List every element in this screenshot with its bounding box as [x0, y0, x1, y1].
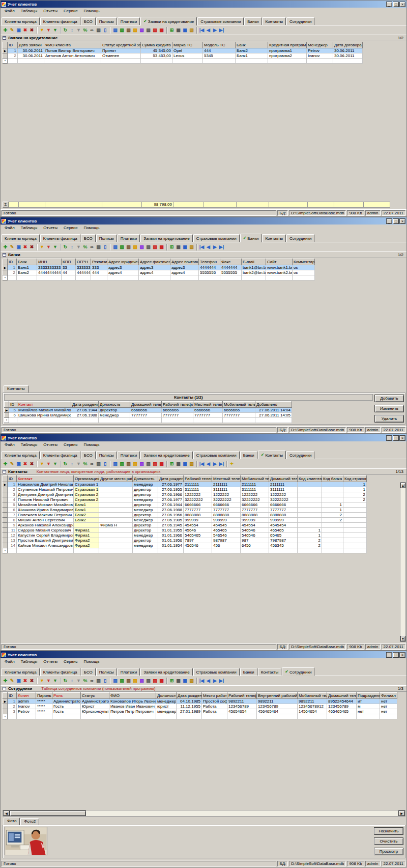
- main-tab-0[interactable]: Клиенты юрлица: [2, 17, 40, 25]
- column-header[interactable]: Рабочий телефон: [184, 476, 212, 482]
- column-header[interactable]: Логин: [17, 693, 36, 699]
- column-header[interactable]: Адрес юридический: [107, 259, 139, 265]
- cell[interactable]: [99, 508, 133, 513]
- export-word-icon[interactable]: ▤: [112, 461, 119, 467]
- cell[interactable]: [236, 59, 268, 64]
- row-selector[interactable]: [3, 492, 8, 497]
- cell[interactable]: bank2@bn.bn: [242, 270, 266, 275]
- column-header[interactable]: Сайт: [266, 259, 293, 265]
- cell[interactable]: Принят: [101, 48, 141, 53]
- cell[interactable]: [322, 492, 343, 497]
- column-header[interactable]: ID: [8, 259, 17, 265]
- cell[interactable]: 27.06.1966: [158, 492, 184, 497]
- quick-filter-icon[interactable]: ▼: [75, 461, 82, 467]
- cell[interactable]: 3111111: [212, 487, 241, 492]
- cell[interactable]: [184, 548, 212, 553]
- cell[interactable]: 456: [212, 543, 241, 548]
- row-selector[interactable]: [3, 518, 8, 523]
- summary-icon[interactable]: %: [82, 27, 89, 34]
- export-html-icon[interactable]: ▤: [132, 678, 138, 684]
- nav-next-icon[interactable]: ▶: [212, 244, 218, 250]
- cell[interactable]: 6666666: [269, 502, 298, 508]
- cell[interactable]: [99, 502, 133, 508]
- row-selector[interactable]: [3, 533, 8, 538]
- filter-custom-icon[interactable]: ▼: [52, 244, 59, 250]
- cell[interactable]: 11.12.1955: [177, 704, 202, 709]
- main-tab-8[interactable]: Контакты: [258, 668, 282, 676]
- export-pdf-icon[interactable]: ▤: [152, 27, 158, 34]
- main-tab-8[interactable]: ✔Контакты: [258, 451, 286, 459]
- cell[interactable]: 3111111: [184, 487, 212, 492]
- menu-item-4[interactable]: Помощь: [80, 225, 102, 231]
- cell[interactable]: [37, 275, 62, 281]
- column-header[interactable]: Пароль: [36, 693, 52, 699]
- row-selector[interactable]: ▶: [3, 699, 8, 704]
- subform-button-0[interactable]: Добавить: [374, 395, 404, 402]
- cell[interactable]: нет: [380, 699, 397, 704]
- export-csv-icon[interactable]: ▤: [145, 244, 152, 250]
- cell[interactable]: [298, 492, 322, 497]
- cell[interactable]: Капустин Сергей Владимирович: [17, 533, 74, 538]
- column-header[interactable]: ФИО клиента: [44, 42, 101, 48]
- chart-icon[interactable]: ▦: [158, 461, 165, 467]
- main-tab-3[interactable]: Полисы: [96, 451, 117, 459]
- cell[interactable]: менеджер: [156, 709, 177, 714]
- preview-icon[interactable]: ▯: [102, 678, 108, 684]
- export-rtf-icon[interactable]: ▤: [125, 678, 132, 684]
- cell[interactable]: м: [357, 704, 380, 709]
- main-tab-3[interactable]: Полисы: [96, 234, 117, 242]
- cell[interactable]: [17, 418, 71, 423]
- cell[interactable]: 33: [62, 265, 76, 270]
- cell[interactable]: [107, 275, 139, 281]
- calculator-icon[interactable]: ▦: [175, 27, 182, 34]
- delete-all-icon[interactable]: ✖: [28, 244, 35, 250]
- cell[interactable]: admin: [17, 699, 36, 704]
- nav-prev-icon[interactable]: ◀: [205, 244, 212, 250]
- table-row[interactable]: 4Попопв Николай ПетровичСтраховая 2менед…: [3, 497, 367, 502]
- add-icon[interactable]: ✚: [2, 27, 9, 34]
- calculator-icon[interactable]: ▦: [175, 461, 182, 467]
- cell[interactable]: 465465: [212, 528, 241, 533]
- cell[interactable]: 27.06.2011 14:05: [255, 413, 292, 418]
- column-header[interactable]: Кредитная программа: [268, 42, 307, 48]
- cell[interactable]: Банк2: [17, 270, 37, 275]
- row-selector[interactable]: *: [3, 59, 8, 64]
- cell[interactable]: адрес4: [170, 270, 199, 275]
- cell[interactable]: менеджер: [133, 518, 158, 523]
- nav-last-icon[interactable]: ▶|: [218, 678, 225, 684]
- cell[interactable]: [52, 714, 81, 719]
- scroll-right-button[interactable]: ▶: [398, 810, 405, 816]
- cell[interactable]: [99, 538, 133, 543]
- cell[interactable]: 465465465: [327, 709, 357, 714]
- cell[interactable]: 8888888: [184, 513, 212, 518]
- column-header[interactable]: Место работы: [202, 693, 227, 699]
- table-row[interactable]: 230.06.2011Антонов Антон АнтоновичОтмене…: [3, 53, 363, 59]
- cell[interactable]: [322, 528, 343, 533]
- menu-item-1[interactable]: Таблицы: [18, 442, 41, 447]
- cell[interactable]: [223, 418, 255, 423]
- sort-icon[interactable]: ↕: [69, 678, 75, 684]
- cell[interactable]: 27.06.1977: [158, 482, 184, 487]
- main-tab-6[interactable]: Страховые компании: [193, 668, 240, 676]
- cell[interactable]: юрист: [156, 704, 177, 709]
- cell[interactable]: *****: [36, 699, 52, 704]
- cell[interactable]: 1: [343, 487, 367, 492]
- cell[interactable]: 04.10.1985: [177, 699, 202, 704]
- cell[interactable]: Юрист: [81, 704, 109, 709]
- cell[interactable]: 2111111: [269, 482, 298, 487]
- cell[interactable]: [99, 548, 133, 553]
- cell[interactable]: Ivanov: [17, 704, 36, 709]
- cell[interactable]: 01.01.1955: [158, 528, 184, 533]
- nav-first-icon[interactable]: |◀: [198, 27, 205, 34]
- column-header[interactable]: Дата рождения: [158, 476, 184, 482]
- nav-last-icon[interactable]: ▶|: [218, 244, 225, 250]
- cell[interactable]: адрес3: [139, 265, 170, 270]
- cell[interactable]: Банк2: [74, 518, 99, 523]
- main-tab-2[interactable]: БСО: [81, 668, 96, 676]
- cell[interactable]: [298, 513, 322, 518]
- cell[interactable]: [202, 714, 227, 719]
- menu-item-3[interactable]: Сервис: [61, 225, 80, 231]
- cell[interactable]: [17, 714, 36, 719]
- refresh-icon[interactable]: ↻: [62, 461, 69, 467]
- main-tab-4[interactable]: Платежи: [118, 451, 140, 459]
